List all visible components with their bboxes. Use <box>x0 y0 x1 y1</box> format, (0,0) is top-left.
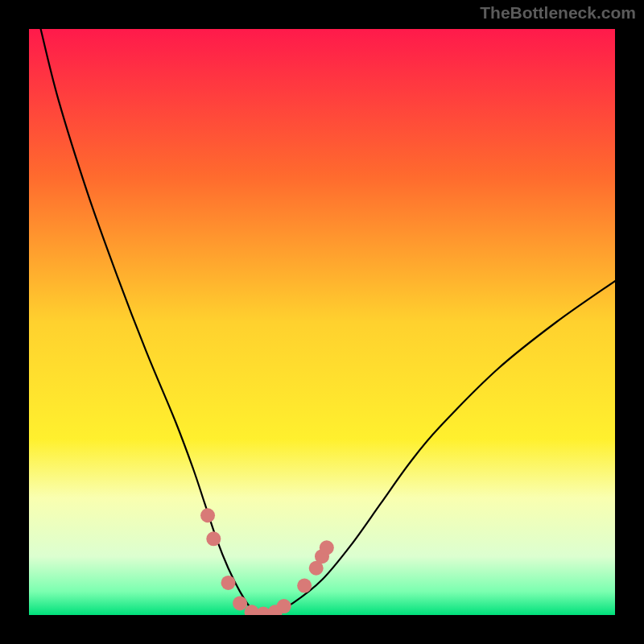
bottleneck-curve <box>41 29 615 615</box>
data-dot <box>233 596 247 610</box>
data-dot <box>206 531 221 546</box>
curve-layer <box>29 29 615 615</box>
data-dot <box>221 576 236 590</box>
data-dot <box>320 540 334 555</box>
plot-area <box>29 29 615 615</box>
data-dot <box>277 599 291 613</box>
watermark-text: TheBottleneck.com <box>480 3 636 23</box>
data-dot <box>297 579 312 593</box>
data-dot <box>200 508 215 522</box>
curve-dots <box>200 508 334 615</box>
chart-frame: TheBottleneck.com <box>0 0 644 644</box>
